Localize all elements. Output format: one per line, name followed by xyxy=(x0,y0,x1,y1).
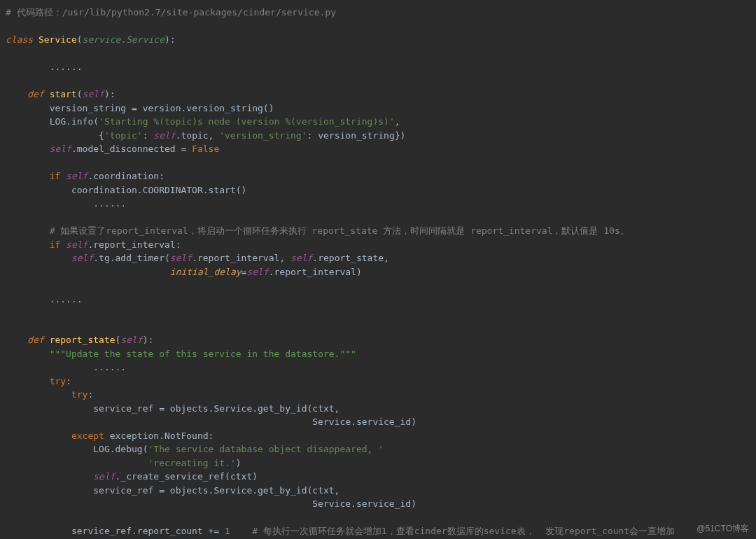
kw-try: try xyxy=(50,376,66,386)
class-name: Service xyxy=(38,34,77,45)
ellipsis: ...... xyxy=(93,362,126,372)
kwarg: initial_delay xyxy=(170,267,241,277)
ellipsis: ...... xyxy=(93,198,126,209)
kw-class: class xyxy=(6,34,33,45)
number: 1 xyxy=(225,526,230,536)
kw-if: if xyxy=(50,239,61,250)
kw-def: def xyxy=(27,89,43,99)
comment-line: # 如果设置了report_interval，将启动一个循环任务来执行 repo… xyxy=(50,225,629,236)
string: 'recreating it.' xyxy=(148,458,236,468)
func-report-state: report_state xyxy=(50,335,115,345)
string: 'Starting %(topic)s node (version %(vers… xyxy=(99,116,395,127)
var: version_string xyxy=(50,103,127,113)
comment-line: # 代码路径：/usr/lib/python2.7/site-packages/… xyxy=(6,7,336,18)
kw-false: False xyxy=(192,144,219,154)
ellipsis: ...... xyxy=(50,294,83,304)
comment-line: # 每执行一次循环任务就会增加1，查看cinder数据库的sevice表， 发现… xyxy=(230,526,675,536)
kw-except: except xyxy=(71,430,104,441)
kw-def: def xyxy=(27,335,43,345)
func-start: start xyxy=(50,89,77,99)
string: 'The service database object disappeared… xyxy=(148,444,384,454)
code-block: # 代码路径：/usr/lib/python2.7/site-packages/… xyxy=(0,0,756,539)
watermark: @51CTO博客 xyxy=(696,522,749,535)
docstring: """Update the state of this service in t… xyxy=(50,349,356,359)
base-class: service.Service xyxy=(83,34,164,45)
kw-try: try xyxy=(71,389,88,400)
kw-if: if xyxy=(50,171,61,181)
self: self xyxy=(83,89,104,99)
ellipsis: ...... xyxy=(50,62,83,72)
